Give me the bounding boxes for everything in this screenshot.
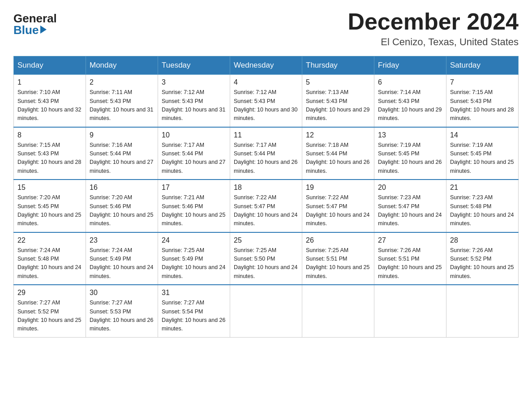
- page-header: General Blue December 2024 El Cenizo, Te…: [13, 9, 519, 48]
- day-number: 19: [306, 184, 370, 192]
- calendar-day-cell: 4 Sunrise: 7:12 AMSunset: 5:43 PMDayligh…: [230, 75, 302, 127]
- day-number: 2: [90, 78, 154, 86]
- day-info: Sunrise: 7:26 AMSunset: 5:51 PMDaylight:…: [378, 247, 442, 279]
- calendar-day-cell: 16 Sunrise: 7:20 AMSunset: 5:46 PMDaylig…: [86, 180, 158, 232]
- calendar-day-cell: 2 Sunrise: 7:11 AMSunset: 5:43 PMDayligh…: [86, 75, 158, 127]
- calendar-day-cell: 23 Sunrise: 7:24 AMSunset: 5:49 PMDaylig…: [86, 232, 158, 285]
- calendar-day-cell: 20 Sunrise: 7:23 AMSunset: 5:47 PMDaylig…: [374, 180, 446, 232]
- calendar-day-cell: 25 Sunrise: 7:25 AMSunset: 5:50 PMDaylig…: [230, 232, 302, 285]
- day-info: Sunrise: 7:27 AMSunset: 5:53 PMDaylight:…: [90, 300, 153, 332]
- day-number: 20: [378, 184, 442, 192]
- calendar-day-cell: 31 Sunrise: 7:27 AMSunset: 5:54 PMDaylig…: [158, 285, 230, 337]
- calendar-day-cell: 27 Sunrise: 7:26 AMSunset: 5:51 PMDaylig…: [374, 232, 446, 285]
- calendar-week-row: 1 Sunrise: 7:10 AMSunset: 5:43 PMDayligh…: [14, 75, 519, 127]
- day-number: 1: [17, 78, 82, 86]
- day-info: Sunrise: 7:25 AMSunset: 5:51 PMDaylight:…: [306, 247, 369, 279]
- calendar-day-header: Friday: [374, 56, 446, 75]
- calendar-day-header: Sunday: [14, 56, 86, 75]
- day-info: Sunrise: 7:26 AMSunset: 5:52 PMDaylight:…: [450, 247, 514, 279]
- day-info: Sunrise: 7:20 AMSunset: 5:45 PMDaylight:…: [17, 194, 81, 227]
- calendar-day-header: Saturday: [446, 56, 519, 75]
- day-info: Sunrise: 7:10 AMSunset: 5:43 PMDaylight:…: [17, 89, 81, 121]
- calendar-day-cell: 1 Sunrise: 7:10 AMSunset: 5:43 PMDayligh…: [14, 75, 86, 127]
- month-title: December 2024: [348, 9, 519, 34]
- calendar-week-row: 8 Sunrise: 7:15 AMSunset: 5:43 PMDayligh…: [14, 127, 519, 180]
- calendar-week-row: 22 Sunrise: 7:24 AMSunset: 5:48 PMDaylig…: [14, 232, 519, 285]
- day-number: 3: [162, 78, 226, 86]
- day-number: 12: [306, 131, 370, 139]
- day-info: Sunrise: 7:22 AMSunset: 5:47 PMDaylight:…: [306, 194, 369, 227]
- calendar-day-cell: 13 Sunrise: 7:19 AMSunset: 5:45 PMDaylig…: [374, 127, 446, 180]
- calendar-day-cell: 14 Sunrise: 7:19 AMSunset: 5:45 PMDaylig…: [446, 127, 519, 180]
- day-number: 14: [450, 131, 515, 139]
- day-info: Sunrise: 7:14 AMSunset: 5:43 PMDaylight:…: [378, 89, 442, 121]
- day-info: Sunrise: 7:19 AMSunset: 5:45 PMDaylight:…: [378, 142, 442, 174]
- calendar-day-cell: 8 Sunrise: 7:15 AMSunset: 5:43 PMDayligh…: [14, 127, 86, 180]
- day-number: 18: [234, 184, 298, 192]
- calendar-day-header: Tuesday: [158, 56, 230, 75]
- calendar-day-cell: 21 Sunrise: 7:23 AMSunset: 5:48 PMDaylig…: [446, 180, 519, 232]
- day-number: 5: [306, 78, 370, 86]
- day-number: 27: [378, 236, 442, 244]
- calendar-day-cell: 19 Sunrise: 7:22 AMSunset: 5:47 PMDaylig…: [302, 180, 374, 232]
- logo: General Blue: [13, 13, 57, 36]
- day-number: 4: [234, 78, 298, 86]
- calendar-day-cell: 26 Sunrise: 7:25 AMSunset: 5:51 PMDaylig…: [302, 232, 374, 285]
- day-info: Sunrise: 7:25 AMSunset: 5:50 PMDaylight:…: [234, 247, 297, 279]
- day-info: Sunrise: 7:23 AMSunset: 5:48 PMDaylight:…: [450, 194, 514, 227]
- calendar-week-row: 29 Sunrise: 7:27 AMSunset: 5:52 PMDaylig…: [14, 285, 519, 337]
- day-info: Sunrise: 7:18 AMSunset: 5:44 PMDaylight:…: [306, 142, 369, 174]
- day-number: 23: [90, 236, 154, 244]
- day-number: 13: [378, 131, 442, 139]
- day-number: 21: [450, 184, 515, 192]
- calendar-day-cell: [302, 285, 374, 337]
- day-info: Sunrise: 7:15 AMSunset: 5:43 PMDaylight:…: [450, 89, 514, 121]
- calendar-day-cell: 7 Sunrise: 7:15 AMSunset: 5:43 PMDayligh…: [446, 75, 519, 127]
- day-info: Sunrise: 7:15 AMSunset: 5:43 PMDaylight:…: [17, 142, 81, 174]
- calendar-day-cell: 12 Sunrise: 7:18 AMSunset: 5:44 PMDaylig…: [302, 127, 374, 180]
- day-number: 9: [90, 131, 154, 139]
- day-info: Sunrise: 7:12 AMSunset: 5:43 PMDaylight:…: [234, 89, 297, 121]
- day-info: Sunrise: 7:24 AMSunset: 5:49 PMDaylight:…: [90, 247, 153, 279]
- day-info: Sunrise: 7:20 AMSunset: 5:46 PMDaylight:…: [90, 194, 153, 227]
- calendar-day-cell: 11 Sunrise: 7:17 AMSunset: 5:44 PMDaylig…: [230, 127, 302, 180]
- logo-blue-text: Blue: [13, 24, 47, 36]
- calendar-day-cell: 10 Sunrise: 7:17 AMSunset: 5:44 PMDaylig…: [158, 127, 230, 180]
- calendar-day-cell: 24 Sunrise: 7:25 AMSunset: 5:49 PMDaylig…: [158, 232, 230, 285]
- calendar-day-header: Monday: [86, 56, 158, 75]
- calendar-day-cell: 22 Sunrise: 7:24 AMSunset: 5:48 PMDaylig…: [14, 232, 86, 285]
- day-info: Sunrise: 7:27 AMSunset: 5:52 PMDaylight:…: [17, 300, 81, 332]
- calendar-day-cell: [374, 285, 446, 337]
- calendar-day-cell: [446, 285, 519, 337]
- calendar-day-cell: 18 Sunrise: 7:22 AMSunset: 5:47 PMDaylig…: [230, 180, 302, 232]
- day-info: Sunrise: 7:16 AMSunset: 5:44 PMDaylight:…: [90, 142, 153, 174]
- day-number: 26: [306, 236, 370, 244]
- day-number: 6: [378, 78, 442, 86]
- calendar-day-cell: 5 Sunrise: 7:13 AMSunset: 5:43 PMDayligh…: [302, 75, 374, 127]
- logo-triangle-icon: [40, 26, 47, 34]
- day-number: 25: [234, 236, 298, 244]
- day-number: 24: [162, 236, 226, 244]
- day-info: Sunrise: 7:17 AMSunset: 5:44 PMDaylight:…: [234, 142, 297, 174]
- calendar-day-cell: 6 Sunrise: 7:14 AMSunset: 5:43 PMDayligh…: [374, 75, 446, 127]
- calendar-table: SundayMondayTuesdayWednesdayThursdayFrid…: [13, 56, 519, 338]
- day-number: 8: [17, 131, 82, 139]
- day-info: Sunrise: 7:25 AMSunset: 5:49 PMDaylight:…: [162, 247, 225, 279]
- calendar-day-cell: [230, 285, 302, 337]
- day-info: Sunrise: 7:24 AMSunset: 5:48 PMDaylight:…: [17, 247, 81, 279]
- day-info: Sunrise: 7:17 AMSunset: 5:44 PMDaylight:…: [162, 142, 225, 174]
- calendar-day-header: Thursday: [302, 56, 374, 75]
- calendar-day-cell: 17 Sunrise: 7:21 AMSunset: 5:46 PMDaylig…: [158, 180, 230, 232]
- day-number: 7: [450, 78, 515, 86]
- day-number: 16: [90, 184, 154, 192]
- day-number: 10: [162, 131, 226, 139]
- calendar-day-cell: 3 Sunrise: 7:12 AMSunset: 5:43 PMDayligh…: [158, 75, 230, 127]
- calendar-day-cell: 15 Sunrise: 7:20 AMSunset: 5:45 PMDaylig…: [14, 180, 86, 232]
- location-subtitle: El Cenizo, Texas, United States: [348, 36, 519, 48]
- calendar-week-row: 15 Sunrise: 7:20 AMSunset: 5:45 PMDaylig…: [14, 180, 519, 232]
- day-info: Sunrise: 7:27 AMSunset: 5:54 PMDaylight:…: [162, 300, 225, 332]
- day-number: 15: [17, 184, 82, 192]
- calendar-day-cell: 28 Sunrise: 7:26 AMSunset: 5:52 PMDaylig…: [446, 232, 519, 285]
- day-number: 17: [162, 184, 226, 192]
- day-number: 11: [234, 131, 298, 139]
